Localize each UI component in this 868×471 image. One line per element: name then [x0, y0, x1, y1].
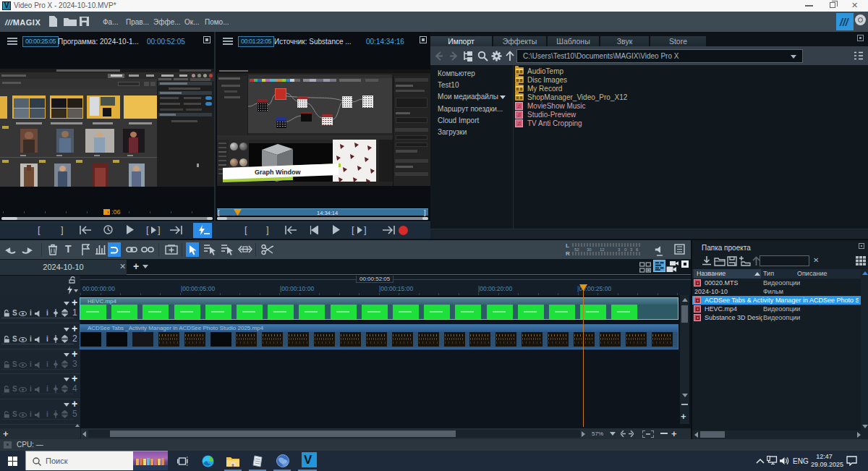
svg-text:Graph Window: Graph Window [255, 169, 301, 176]
